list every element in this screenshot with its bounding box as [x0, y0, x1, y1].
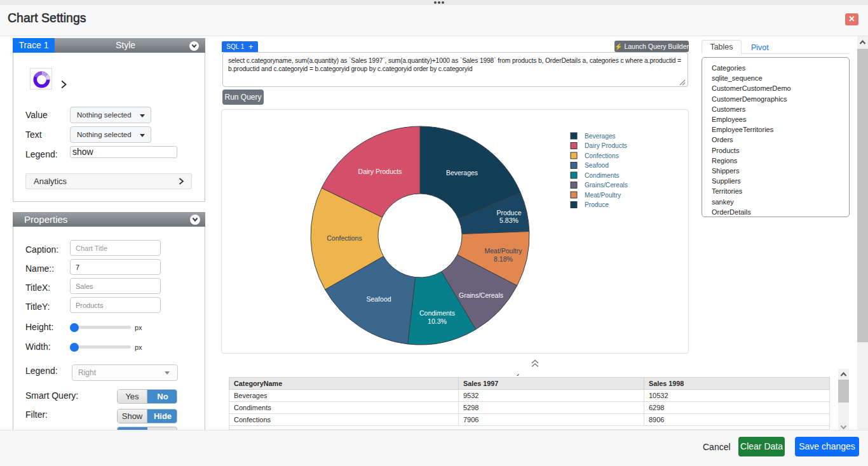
- svg-text:Grains/Cereals: Grains/Cereals: [459, 291, 503, 299]
- svg-text:5.83%: 5.83%: [499, 216, 519, 224]
- svg-text:10.3%: 10.3%: [428, 317, 447, 325]
- svg-text:8.18%: 8.18%: [494, 255, 513, 263]
- svg-text:Beverages: Beverages: [585, 133, 616, 140]
- svg-text:Beverages: Beverages: [446, 169, 478, 176]
- svg-text:Seafood: Seafood: [585, 162, 609, 169]
- svg-text:Meat/Poultry: Meat/Poultry: [585, 192, 621, 199]
- svg-text:Meat/Poultry: Meat/Poultry: [485, 247, 523, 255]
- svg-text:Produce: Produce: [496, 209, 521, 216]
- svg-text:Produce: Produce: [585, 201, 609, 208]
- svg-text:Grains/Cereals: Grains/Cereals: [585, 182, 628, 189]
- svg-text:Confections: Confections: [327, 234, 362, 242]
- svg-text:Dairy Products: Dairy Products: [585, 142, 627, 149]
- svg-text:Condiments: Condiments: [419, 309, 455, 317]
- svg-text:Confections: Confections: [585, 152, 619, 159]
- svg-text:Condiments: Condiments: [585, 172, 619, 179]
- svg-text:Seafood: Seafood: [366, 295, 391, 303]
- svg-text:Dairy Products: Dairy Products: [358, 168, 402, 175]
